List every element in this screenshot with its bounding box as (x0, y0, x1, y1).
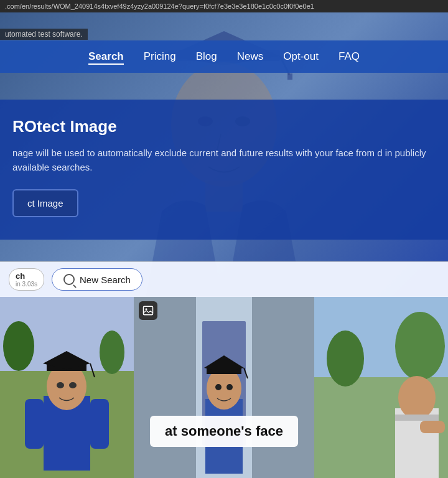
photo-right (314, 296, 448, 478)
nav-item-search[interactable]: Search (88, 50, 124, 63)
nav-list: Search Pricing Blog News Opt-out FAQ (0, 50, 448, 63)
svg-rect-20 (90, 399, 109, 449)
left-photo-svg (0, 296, 134, 478)
svg-rect-26 (252, 296, 314, 478)
right-photo-svg (314, 296, 448, 478)
svg-rect-19 (25, 399, 44, 449)
nav-item-pricing[interactable]: Pricing (144, 50, 176, 63)
svg-point-38 (327, 330, 364, 387)
navigation: Search Pricing Blog News Opt-out FAQ (0, 40, 448, 73)
image-icon (142, 305, 154, 316)
svg-point-10 (3, 321, 34, 371)
svg-point-11 (100, 330, 124, 374)
url-text: .com/en/results/WOM_240914s4txvef49z4yzy… (5, 2, 314, 10)
new-search-button[interactable]: New Search (52, 268, 142, 291)
nav-item-optout[interactable]: Opt-out (283, 50, 319, 63)
image-icon-overlay (139, 301, 157, 320)
results-count: ch in 3.03s (9, 268, 44, 291)
protect-panel: ROtect Image nage will be used to automa… (0, 100, 448, 240)
svg-point-22 (146, 308, 147, 310)
subtitle-text: at someone's face (165, 423, 283, 439)
subtitle-box: at someone's face (150, 416, 298, 447)
protect-title: ROtect Image (12, 117, 436, 136)
svg-point-37 (395, 312, 445, 380)
photo-grid: at someone's face (0, 296, 448, 478)
svg-rect-41 (420, 421, 445, 433)
middle-photo-svg (134, 296, 314, 478)
search-icon (63, 274, 75, 285)
photo-left (0, 296, 134, 478)
svg-point-18 (69, 382, 77, 388)
results-time: in 3.03s (16, 281, 37, 288)
protect-description: nage will be used to automatically exclu… (12, 146, 436, 174)
svg-point-17 (57, 382, 64, 388)
svg-point-40 (398, 376, 436, 419)
svg-rect-21 (144, 306, 153, 315)
nav-item-blog[interactable]: Blog (196, 50, 217, 63)
automated-label: utomated test software. (0, 29, 88, 40)
url-bar: .com/en/results/WOM_240914s4txvef49z4yzy… (0, 0, 448, 12)
nav-item-news[interactable]: News (237, 50, 264, 63)
nav-item-faq[interactable]: FAQ (338, 50, 360, 63)
svg-point-34 (226, 384, 233, 390)
protect-button[interactable]: ct Image (12, 189, 78, 217)
photo-middle: at someone's face (134, 296, 314, 478)
svg-rect-42 (395, 415, 439, 421)
results-bar: ch in 3.03s New Search (0, 261, 448, 297)
svg-point-33 (215, 384, 222, 390)
new-search-label: New Search (80, 274, 131, 285)
svg-rect-25 (134, 296, 196, 478)
svg-rect-3 (287, 73, 292, 80)
results-label: ch (16, 271, 37, 281)
